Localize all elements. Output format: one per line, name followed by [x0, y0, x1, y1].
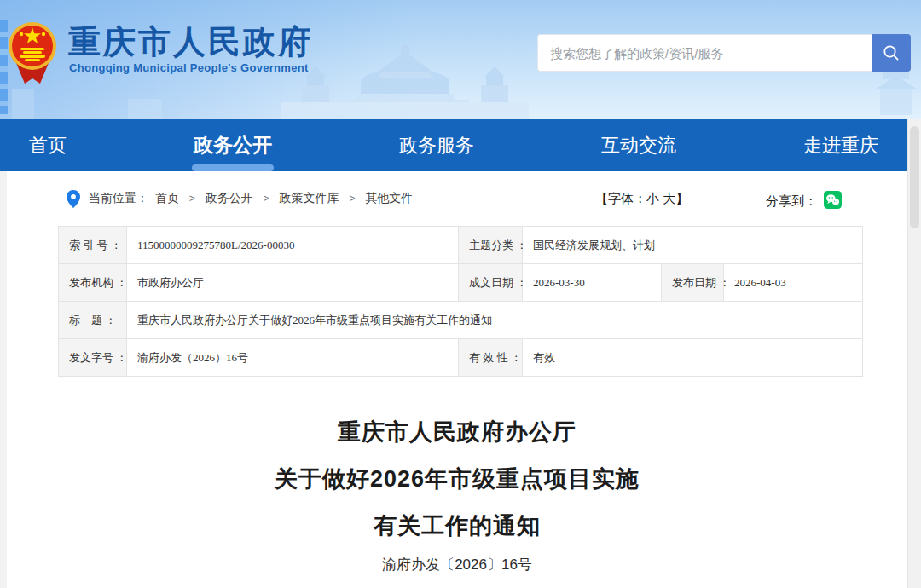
document-number: 渝府办发〔2026〕16号 — [7, 555, 907, 574]
nav-item-interaction[interactable]: 互动交流 — [601, 119, 676, 171]
doc-number-value: 渝府办发（2026）16号 — [127, 339, 459, 377]
main-nav: 首页 政务公开 政务服务 互动交流 走进重庆 — [0, 119, 907, 171]
publish-date-value: 2026-04-03 — [724, 264, 863, 302]
share-label: 分享到： — [766, 193, 817, 208]
location-pin-icon — [67, 190, 80, 208]
great-hall-watermark — [281, 19, 529, 119]
nav-item-government-services[interactable]: 政务服务 — [399, 119, 474, 171]
city-block-decoration — [128, 99, 162, 119]
issuing-agency-label: 发布机构 ： — [59, 264, 127, 302]
validity-value: 有效 — [523, 339, 863, 377]
written-date-label: 成文日期 ： — [459, 264, 523, 302]
font-size-control: 【字体：小 大】 — [595, 191, 688, 207]
publish-date-label: 发布日期 ： — [662, 264, 724, 302]
breadcrumb-link-disclosure[interactable]: 政务公开 — [206, 191, 253, 205]
breadcrumb-label: 当前位置： — [89, 191, 148, 205]
search-icon — [882, 43, 901, 62]
table-row: 发文字号 ： 渝府办发（2026）16号 有 效 性 ： 有效 — [59, 339, 863, 377]
written-date-value: 2026-03-30 — [523, 264, 662, 302]
document-title-line-2: 关于做好2026年市级重点项目实施 — [7, 464, 907, 494]
search-input[interactable] — [537, 34, 872, 72]
national-emblem-icon — [8, 12, 57, 94]
breadcrumb-link-policy-library[interactable]: 政策文件库 — [279, 191, 339, 205]
app-header: 重庆市人民政府 Chongqing Municipal People's Gov… — [0, 0, 921, 119]
document-meta-table: 索 引 号 ： 11500000009275780L/2026-00030 主题… — [58, 226, 863, 377]
document-title-line-1: 重庆市人民政府办公厅 — [7, 417, 907, 447]
nav-item-about-chongqing[interactable]: 走进重庆 — [803, 119, 878, 171]
table-row: 索 引 号 ： 11500000009275780L/2026-00030 主题… — [59, 227, 863, 264]
breadcrumb-separator: > — [189, 193, 195, 205]
breadcrumb-separator: > — [349, 193, 355, 205]
nav-item-government-affairs-disclosure[interactable]: 政务公开 — [194, 119, 272, 171]
nav-item-home[interactable]: 首页 — [29, 119, 67, 171]
site-title: 重庆市人民政府 — [68, 20, 313, 64]
font-smaller-button[interactable]: 小 — [646, 191, 659, 205]
table-row: 发布机构 ： 市政府办公厅 成文日期 ： 2026-03-30 发布日期 ： 2… — [59, 264, 863, 302]
scrollbar-thumb[interactable] — [910, 126, 919, 228]
index-number-label: 索 引 号 ： — [59, 227, 127, 264]
topic-category-value: 国民经济发展规划、计划 — [523, 227, 863, 264]
table-row: 标 题 ： 重庆市人民政府办公厅关于做好2026年市级重点项目实施有关工作的通知 — [59, 302, 863, 339]
index-number-value: 11500000009275780L/2026-00030 — [127, 227, 459, 264]
city-skyline-decoration — [0, 20, 8, 114]
breadcrumb-row: 当前位置： 首页 > 政务公开 > 政策文件库 > 其他文件 【字体：小 大】 … — [7, 188, 907, 210]
breadcrumb-current-other-documents[interactable]: 其他文件 — [365, 191, 413, 205]
scrollbar[interactable] — [907, 119, 921, 588]
breadcrumb: 当前位置： 首页 > 政务公开 > 政策文件库 > 其他文件 — [89, 191, 413, 206]
share-control: 分享到： — [766, 191, 842, 210]
title-label: 标 题 ： — [59, 302, 127, 339]
main-content: 当前位置： 首页 > 政务公开 > 政策文件库 > 其他文件 【字体：小 大】 … — [7, 171, 907, 588]
search-box — [537, 34, 911, 72]
wechat-icon[interactable] — [824, 191, 842, 209]
breadcrumb-link-home[interactable]: 首页 — [155, 191, 179, 205]
font-control-open: 【字体： — [595, 191, 646, 205]
doc-number-label: 发文字号 ： — [59, 339, 127, 377]
issuing-agency-value: 市政府办公厅 — [127, 264, 459, 302]
search-button[interactable] — [872, 34, 911, 72]
topic-category-label: 主题分类 ： — [459, 227, 523, 264]
title-value: 重庆市人民政府办公厅关于做好2026年市级重点项目实施有关工作的通知 — [127, 302, 863, 339]
validity-label: 有 效 性 ： — [459, 339, 523, 377]
font-larger-button[interactable]: 大 — [663, 191, 675, 205]
document-title-line-3: 有关工作的通知 — [7, 510, 907, 541]
site-subtitle: Chongqing Municipal People's Government — [69, 61, 309, 74]
breadcrumb-separator: > — [264, 193, 269, 205]
font-control-close: 】 — [675, 191, 688, 205]
